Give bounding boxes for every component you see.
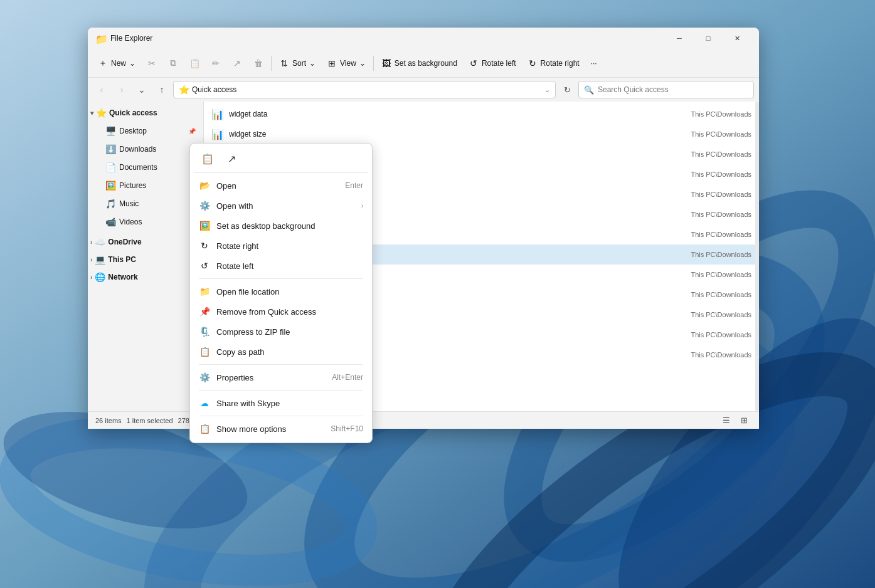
sidebar-item-downloads[interactable]: ⬇️ Downloads 📌 <box>100 140 201 158</box>
ctx-copy-path-item[interactable]: 📋 Copy as path <box>194 342 368 362</box>
sidebar-item-videos[interactable]: 📹 Videos <box>100 213 201 231</box>
set-bg-label: Set as background <box>395 59 457 68</box>
rename-button[interactable]: ✏ <box>206 53 226 74</box>
sort-icon: ⇅ <box>279 58 289 68</box>
minimize-button[interactable]: ─ <box>665 28 694 49</box>
file-name: widget data <box>229 110 686 118</box>
forward-button[interactable]: › <box>113 81 130 98</box>
context-top-actions: 📋 ↗ <box>194 147 368 173</box>
up-button[interactable]: ↑ <box>153 81 171 98</box>
list-view-button[interactable]: ☰ <box>719 414 734 428</box>
ctx-share-skype-label: Share with Skype <box>216 399 363 408</box>
file-icon: 📊 <box>211 108 224 120</box>
chevron-right-icon-3: › <box>90 274 92 281</box>
desktop-icon: 🖥️ <box>105 126 115 136</box>
table-row[interactable]: 📊 widget size This PC\Downloads <box>204 124 759 144</box>
ctx-show-more-item[interactable]: 📋 Show more options Shift+F10 <box>194 419 368 439</box>
music-icon: 🎵 <box>105 199 115 209</box>
window-title: File Explorer <box>110 34 660 43</box>
sidebar-item-music[interactable]: 🎵 Music <box>100 195 201 213</box>
ctx-remove-quick-access-icon: 📌 <box>199 306 210 317</box>
set-bg-icon: 🖼 <box>381 58 391 68</box>
window-controls: ─ □ ✕ <box>665 28 751 49</box>
thispc-label: This PC <box>108 255 136 264</box>
quick-access-items: 🖥️ Desktop 📌 ⬇️ Downloads 📌 📄 Documents … <box>88 122 203 231</box>
rotate-left-button[interactable]: ↺ Rotate left <box>464 53 521 74</box>
paste-button[interactable]: 📋 <box>184 53 204 74</box>
cut-icon: ✂ <box>147 58 157 68</box>
search-box[interactable]: 🔍 <box>578 81 754 98</box>
onedrive-label: OneDrive <box>108 238 141 246</box>
rotate-right-button[interactable]: ↻ Rotate right <box>522 53 585 74</box>
sort-arrow: ⌄ <box>309 59 316 68</box>
delete-button[interactable]: 🗑 <box>248 53 268 74</box>
set-background-button[interactable]: 🖼 Set as background <box>376 53 462 74</box>
sort-button[interactable]: ⇅ Sort ⌄ <box>274 53 321 74</box>
scrollbar[interactable] <box>755 102 759 411</box>
details-view-button[interactable]: ⊞ <box>736 414 751 428</box>
close-button[interactable]: ✕ <box>723 28 751 49</box>
ctx-properties-label: Properties <box>216 373 326 382</box>
ctx-open-with-item[interactable]: ⚙️ Open with › <box>194 196 368 216</box>
ctx-properties-item[interactable]: ⚙️ Properties Alt+Enter <box>194 367 368 387</box>
search-input[interactable] <box>598 85 748 94</box>
quick-access-header[interactable]: ▾ ⭐ Quick access <box>88 104 203 122</box>
refresh-button[interactable]: ↻ <box>558 81 576 98</box>
rotate-left-icon: ↺ <box>469 58 479 68</box>
maximize-button[interactable]: □ <box>694 28 723 49</box>
ctx-open-item[interactable]: 📂 Open Enter <box>194 176 368 196</box>
file-location: This PC\Downloads <box>691 231 751 238</box>
new-button[interactable]: ＋ New ⌄ <box>93 53 141 74</box>
view-icon: ⊞ <box>327 58 337 68</box>
recent-button[interactable]: ⌄ <box>133 81 151 98</box>
table-row[interactable]: 📊 widget data This PC\Downloads <box>204 104 759 124</box>
address-path[interactable]: ⭐ Quick access ⌄ <box>173 81 556 98</box>
address-dropdown[interactable]: ⌄ <box>544 86 550 94</box>
file-location: This PC\Downloads <box>691 150 751 158</box>
ctx-open-icon: 📂 <box>199 180 210 191</box>
quick-access-label: Quick access <box>109 108 157 117</box>
ctx-open-file-location-icon: 📁 <box>199 286 210 297</box>
ctx-rotate-left-item[interactable]: ↺ Rotate left <box>194 256 368 276</box>
rotate-right-label: Rotate right <box>541 59 580 68</box>
onedrive-header[interactable]: › ☁️ OneDrive <box>88 233 203 251</box>
ctx-open-file-location-label: Open file location <box>216 287 363 297</box>
share-button[interactable]: ↗ <box>227 53 247 74</box>
copy-button[interactable]: ⧉ <box>163 53 183 74</box>
view-button[interactable]: ⊞ View ⌄ <box>322 53 371 74</box>
ctx-remove-quick-access-label: Remove from Quick access <box>216 307 363 317</box>
ctx-rotate-right-icon: ↻ <box>199 240 210 251</box>
sidebar-item-pictures[interactable]: 🖼️ Pictures 📌 <box>100 177 201 194</box>
sidebar-item-documents[interactable]: 📄 Documents 📌 <box>100 159 201 176</box>
thispc-icon: 💻 <box>95 255 105 265</box>
back-button[interactable]: ‹ <box>93 81 110 98</box>
network-header[interactable]: › 🌐 Network <box>88 268 203 286</box>
sidebar-item-downloads-label: Downloads <box>119 145 156 154</box>
more-button[interactable]: ··· <box>586 53 602 74</box>
ctx-open-file-location-item[interactable]: 📁 Open file location <box>194 281 368 302</box>
status-bar: 26 items 1 item selected 278 KB ☰ ⊞ <box>88 411 759 429</box>
sidebar-item-desktop[interactable]: 🖥️ Desktop 📌 <box>100 122 201 140</box>
file-location: This PC\Downloads <box>691 311 751 318</box>
item-count: 26 items <box>95 417 122 424</box>
file-icon: 📊 <box>211 128 224 140</box>
ctx-open-with-label: Open with <box>216 201 355 211</box>
ctx-remove-quick-access-item[interactable]: 📌 Remove from Quick access <box>194 302 368 322</box>
documents-icon: 📄 <box>105 162 115 172</box>
ctx-share-skype-item[interactable]: ☁ Share with Skype <box>194 393 368 413</box>
ctx-rotate-right-item[interactable]: ↻ Rotate right <box>194 236 368 256</box>
cut-button[interactable]: ✂ <box>142 53 162 74</box>
ctx-copy-button[interactable]: 📋 <box>196 149 219 169</box>
ctx-set-desktop-bg-item[interactable]: 🖼️ Set as desktop background <box>194 216 368 236</box>
thispc-header[interactable]: › 💻 This PC <box>88 251 203 268</box>
sidebar-item-videos-label: Videos <box>119 218 142 226</box>
ctx-rotate-left-label: Rotate left <box>216 261 363 271</box>
context-menu: 📋 ↗ 📂 Open Enter ⚙️ Open with › 🖼️ Set a… <box>189 143 373 443</box>
content-area: ▾ ⭐ Quick access 🖥️ Desktop 📌 ⬇️ Downloa… <box>88 102 759 411</box>
rotate-left-label: Rotate left <box>482 59 516 68</box>
ctx-compress-zip-item[interactable]: 🗜️ Compress to ZIP file <box>194 322 368 342</box>
file-explorer-window: 📁 File Explorer ─ □ ✕ ＋ New ⌄ ✂ ⧉ 📋 ✏ ↗ <box>88 28 759 429</box>
selected-count: 1 item selected <box>127 417 173 424</box>
new-label: New <box>111 59 126 68</box>
ctx-share-button[interactable]: ↗ <box>220 149 243 169</box>
